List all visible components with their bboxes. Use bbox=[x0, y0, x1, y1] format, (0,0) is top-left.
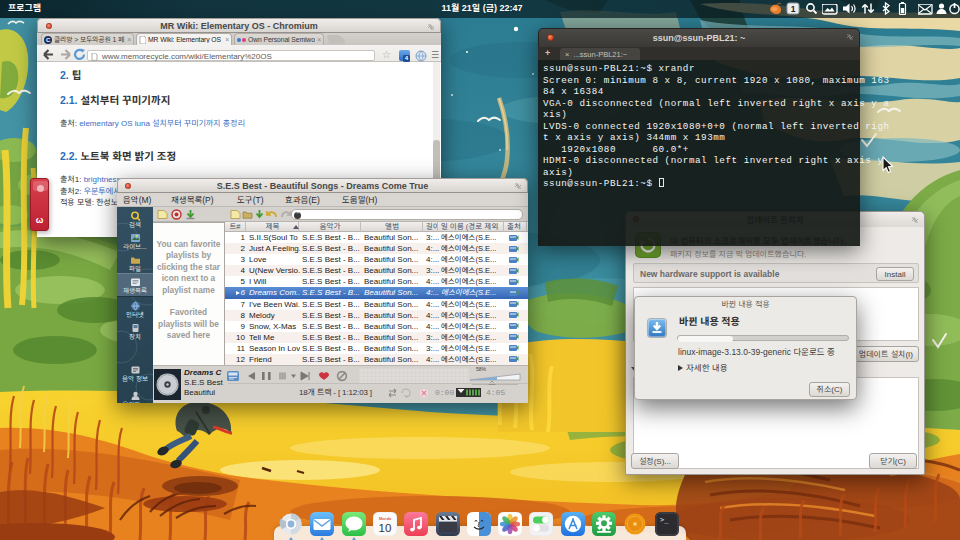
svg-text:Monda: Monda bbox=[379, 517, 392, 521]
svg-text:1: 1 bbox=[791, 4, 796, 14]
svg-text:>_: >_ bbox=[660, 516, 669, 524]
svg-text:10: 10 bbox=[379, 522, 392, 534]
